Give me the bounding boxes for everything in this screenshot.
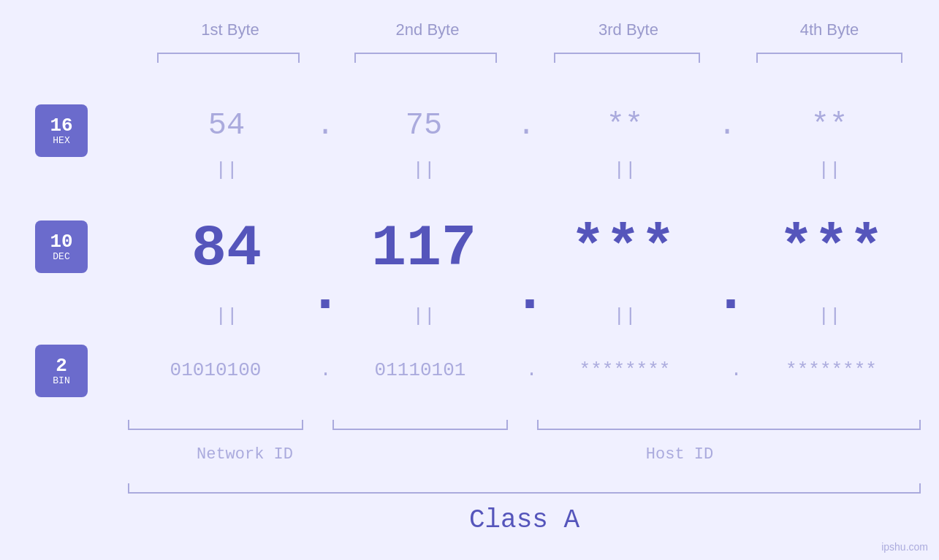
sep-hex-dec-2: || <box>351 159 497 181</box>
hex-badge: 16 HEX <box>35 104 88 157</box>
watermark: ipshu.com <box>881 541 928 553</box>
hex-b4: ** <box>756 108 902 143</box>
class-label: Class A <box>128 505 921 535</box>
hex-b3: ** <box>552 108 698 143</box>
top-bracket-4 <box>756 53 902 63</box>
dec-b3: *** <box>544 215 702 282</box>
sep-hex-dec-1: || <box>153 159 300 181</box>
hex-d1: . <box>303 108 347 143</box>
bin-b4: ******** <box>742 359 921 381</box>
hex-d2: . <box>504 108 548 143</box>
bin-b2: 01110101 <box>332 359 508 381</box>
dec-d3: . <box>709 259 753 326</box>
byte-header-2: 2nd Byte <box>351 20 504 39</box>
byte-header-3: 3rd Byte <box>552 20 705 39</box>
bin-badge: 2 BIN <box>35 345 88 397</box>
main-layout: 1st Byte 2nd Byte 3rd Byte 4th Byte 16 H… <box>0 0 939 560</box>
class-bracket <box>128 483 921 494</box>
dec-b1: 84 <box>153 215 300 282</box>
dec-d1: . <box>303 259 347 326</box>
sep-hex-dec-3: || <box>552 159 698 181</box>
hex-badge-number: 16 <box>50 116 72 135</box>
sep-dec-bin-2: || <box>351 305 497 327</box>
dec-badge-label: DEC <box>53 251 69 262</box>
sep-dec-bin-1: || <box>153 305 300 327</box>
top-bracket-2 <box>354 53 497 63</box>
sep-dec-bin-4: || <box>756 305 902 327</box>
byte-header-4: 4th Byte <box>753 20 906 39</box>
host-id-label: Host ID <box>585 445 775 464</box>
hex-badge-label: HEX <box>53 135 69 146</box>
dec-badge-number: 10 <box>50 232 72 251</box>
bin-b1: 01010100 <box>128 359 303 381</box>
top-bracket-1 <box>157 53 300 63</box>
hex-b1: 54 <box>153 108 300 143</box>
hex-b2: 75 <box>351 108 497 143</box>
bin-badge-label: BIN <box>53 375 69 386</box>
bottom-bracket-1 <box>128 420 303 430</box>
sep-hex-dec-4: || <box>756 159 902 181</box>
bin-b3: ******** <box>537 359 712 381</box>
hex-d3: . <box>705 108 749 143</box>
bin-badge-number: 2 <box>56 356 67 375</box>
dec-b4: *** <box>753 215 910 282</box>
bottom-bracket-34 <box>537 420 921 430</box>
bottom-bracket-2 <box>332 420 508 430</box>
dec-badge: 10 DEC <box>35 220 88 273</box>
dec-b2: 117 <box>343 215 504 282</box>
network-id-label: Network ID <box>172 445 318 464</box>
byte-header-1: 1st Byte <box>153 20 307 39</box>
top-bracket-3 <box>554 53 700 63</box>
sep-dec-bin-3: || <box>552 305 698 327</box>
